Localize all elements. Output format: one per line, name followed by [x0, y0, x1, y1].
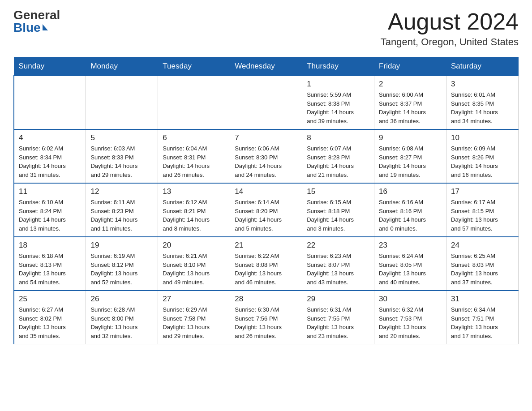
calendar-cell: 24Sunrise: 6:25 AMSunset: 8:03 PMDayligh…: [446, 237, 519, 291]
day-info: Sunrise: 6:06 AMSunset: 8:30 PMDaylight:…: [235, 144, 297, 179]
day-number: 5: [90, 133, 153, 142]
day-info: Sunrise: 6:14 AMSunset: 8:20 PMDaylight:…: [235, 198, 297, 233]
logo: General Blue: [13, 9, 60, 34]
day-number: 21: [235, 241, 297, 250]
week-row-4: 18Sunrise: 6:18 AMSunset: 8:13 PMDayligh…: [14, 237, 519, 291]
day-info: Sunrise: 6:01 AMSunset: 8:35 PMDaylight:…: [451, 90, 514, 125]
day-number: 14: [235, 187, 297, 196]
day-info: Sunrise: 6:03 AMSunset: 8:33 PMDaylight:…: [90, 144, 153, 179]
calendar-cell: 18Sunrise: 6:18 AMSunset: 8:13 PMDayligh…: [14, 237, 86, 291]
day-info: Sunrise: 6:11 AMSunset: 8:23 PMDaylight:…: [90, 198, 153, 233]
calendar-cell: 23Sunrise: 6:24 AMSunset: 8:05 PMDayligh…: [374, 237, 446, 291]
calendar-cell: 11Sunrise: 6:10 AMSunset: 8:24 PMDayligh…: [14, 183, 86, 237]
day-info: Sunrise: 6:21 AMSunset: 8:10 PMDaylight:…: [163, 252, 225, 287]
logo-general-text: General: [13, 9, 60, 21]
day-number: 3: [451, 80, 514, 89]
day-info: Sunrise: 6:08 AMSunset: 8:27 PMDaylight:…: [379, 144, 442, 179]
day-number: 13: [163, 187, 225, 196]
calendar-cell: [14, 76, 86, 129]
weekday-header-saturday: Saturday: [446, 57, 519, 76]
day-number: 15: [307, 187, 369, 196]
weekday-header-tuesday: Tuesday: [158, 57, 230, 76]
day-info: Sunrise: 6:25 AMSunset: 8:03 PMDaylight:…: [451, 252, 514, 287]
day-info: Sunrise: 6:02 AMSunset: 8:34 PMDaylight:…: [19, 144, 81, 179]
calendar-cell: 13Sunrise: 6:12 AMSunset: 8:21 PMDayligh…: [158, 183, 230, 237]
day-info: Sunrise: 6:09 AMSunset: 8:26 PMDaylight:…: [451, 144, 514, 179]
day-info: Sunrise: 6:31 AMSunset: 7:55 PMDaylight:…: [307, 305, 369, 340]
day-number: 2: [379, 80, 442, 89]
calendar-cell: 20Sunrise: 6:21 AMSunset: 8:10 PMDayligh…: [158, 237, 230, 291]
day-number: 28: [235, 295, 297, 304]
day-info: Sunrise: 6:00 AMSunset: 8:37 PMDaylight:…: [379, 90, 442, 125]
calendar-cell: 22Sunrise: 6:23 AMSunset: 8:07 PMDayligh…: [302, 237, 374, 291]
calendar-cell: 27Sunrise: 6:29 AMSunset: 7:58 PMDayligh…: [158, 291, 230, 344]
day-number: 26: [90, 295, 153, 304]
day-number: 29: [307, 295, 369, 304]
calendar-cell: 17Sunrise: 6:17 AMSunset: 8:15 PMDayligh…: [446, 183, 519, 237]
day-info: Sunrise: 6:18 AMSunset: 8:13 PMDaylight:…: [19, 252, 81, 287]
calendar-cell: 16Sunrise: 6:16 AMSunset: 8:16 PMDayligh…: [374, 183, 446, 237]
day-number: 7: [235, 133, 297, 142]
day-info: Sunrise: 6:16 AMSunset: 8:16 PMDaylight:…: [379, 198, 442, 233]
day-number: 30: [379, 295, 442, 304]
calendar-cell: 26Sunrise: 6:28 AMSunset: 8:00 PMDayligh…: [86, 291, 158, 344]
weekday-header-monday: Monday: [86, 57, 158, 76]
calendar-cell: 30Sunrise: 6:32 AMSunset: 7:53 PMDayligh…: [374, 291, 446, 344]
weekday-header-sunday: Sunday: [14, 57, 86, 76]
weekday-header-row: SundayMondayTuesdayWednesdayThursdayFrid…: [14, 57, 519, 76]
day-number: 22: [307, 241, 369, 250]
day-info: Sunrise: 6:24 AMSunset: 8:05 PMDaylight:…: [379, 252, 442, 287]
logo-triangle-icon: [43, 24, 48, 30]
day-number: 19: [90, 241, 153, 250]
calendar-cell: 29Sunrise: 6:31 AMSunset: 7:55 PMDayligh…: [302, 291, 374, 344]
weekday-header-thursday: Thursday: [302, 57, 374, 76]
calendar-cell: 8Sunrise: 6:07 AMSunset: 8:28 PMDaylight…: [302, 129, 374, 183]
day-info: Sunrise: 6:32 AMSunset: 7:53 PMDaylight:…: [379, 305, 442, 340]
day-info: Sunrise: 6:07 AMSunset: 8:28 PMDaylight:…: [307, 144, 369, 179]
day-number: 20: [163, 241, 225, 250]
calendar-cell: 10Sunrise: 6:09 AMSunset: 8:26 PMDayligh…: [446, 129, 519, 183]
day-info: Sunrise: 6:30 AMSunset: 7:56 PMDaylight:…: [235, 305, 297, 340]
day-info: Sunrise: 6:27 AMSunset: 8:02 PMDaylight:…: [19, 305, 81, 340]
day-info: Sunrise: 6:23 AMSunset: 8:07 PMDaylight:…: [307, 252, 369, 287]
calendar-cell: 21Sunrise: 6:22 AMSunset: 8:08 PMDayligh…: [230, 237, 302, 291]
day-info: Sunrise: 6:15 AMSunset: 8:18 PMDaylight:…: [307, 198, 369, 233]
day-number: 17: [451, 187, 514, 196]
calendar-title-area: August 2024 Tangent, Oregon, United Stat…: [381, 9, 519, 48]
weekday-header-friday: Friday: [374, 57, 446, 76]
calendar-cell: 4Sunrise: 6:02 AMSunset: 8:34 PMDaylight…: [14, 129, 86, 183]
calendar-cell: 5Sunrise: 6:03 AMSunset: 8:33 PMDaylight…: [86, 129, 158, 183]
day-info: Sunrise: 6:19 AMSunset: 8:12 PMDaylight:…: [90, 252, 153, 287]
day-info: Sunrise: 6:28 AMSunset: 8:00 PMDaylight:…: [90, 305, 153, 340]
calendar-cell: 19Sunrise: 6:19 AMSunset: 8:12 PMDayligh…: [86, 237, 158, 291]
calendar-cell: 15Sunrise: 6:15 AMSunset: 8:18 PMDayligh…: [302, 183, 374, 237]
calendar-cell: 9Sunrise: 6:08 AMSunset: 8:27 PMDaylight…: [374, 129, 446, 183]
day-number: 31: [451, 295, 514, 304]
day-number: 12: [90, 187, 153, 196]
day-info: Sunrise: 6:34 AMSunset: 7:51 PMDaylight:…: [451, 305, 514, 340]
calendar-cell: 6Sunrise: 6:04 AMSunset: 8:31 PMDaylight…: [158, 129, 230, 183]
weekday-header-wednesday: Wednesday: [230, 57, 302, 76]
day-info: Sunrise: 6:10 AMSunset: 8:24 PMDaylight:…: [19, 198, 81, 233]
week-row-2: 4Sunrise: 6:02 AMSunset: 8:34 PMDaylight…: [14, 129, 519, 183]
calendar-cell: [230, 76, 302, 129]
day-info: Sunrise: 5:59 AMSunset: 8:38 PMDaylight:…: [307, 90, 369, 125]
week-row-1: 1Sunrise: 5:59 AMSunset: 8:38 PMDaylight…: [14, 76, 519, 129]
calendar-cell: [158, 76, 230, 129]
calendar-cell: [86, 76, 158, 129]
day-number: 6: [163, 133, 225, 142]
calendar-cell: 12Sunrise: 6:11 AMSunset: 8:23 PMDayligh…: [86, 183, 158, 237]
day-number: 11: [19, 187, 81, 196]
week-row-5: 25Sunrise: 6:27 AMSunset: 8:02 PMDayligh…: [14, 291, 519, 344]
calendar-table: SundayMondayTuesdayWednesdayThursdayFrid…: [13, 57, 519, 344]
week-row-3: 11Sunrise: 6:10 AMSunset: 8:24 PMDayligh…: [14, 183, 519, 237]
calendar-cell: 31Sunrise: 6:34 AMSunset: 7:51 PMDayligh…: [446, 291, 519, 344]
day-number: 10: [451, 133, 514, 142]
day-number: 25: [19, 295, 81, 304]
location-title: Tangent, Oregon, United States: [381, 36, 519, 48]
calendar-cell: 28Sunrise: 6:30 AMSunset: 7:56 PMDayligh…: [230, 291, 302, 344]
day-info: Sunrise: 6:04 AMSunset: 8:31 PMDaylight:…: [163, 144, 225, 179]
day-number: 18: [19, 241, 81, 250]
day-number: 4: [19, 133, 81, 142]
day-number: 27: [163, 295, 225, 304]
